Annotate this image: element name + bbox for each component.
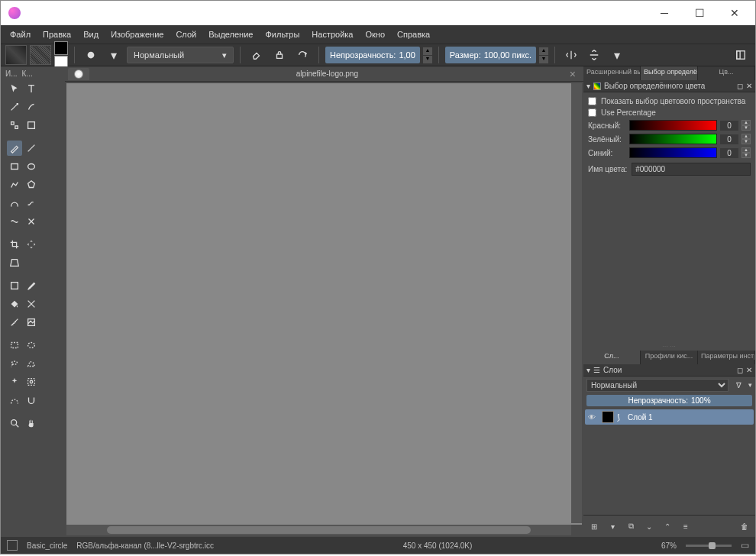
- opacity-up[interactable]: ▲: [423, 47, 432, 55]
- add-dropdown[interactable]: ▾: [605, 519, 620, 534]
- size-up[interactable]: ▲: [539, 47, 548, 55]
- red-value[interactable]: 0: [720, 121, 738, 131]
- menu-filters[interactable]: Фильтры: [259, 27, 305, 41]
- float-icon[interactable]: ◻: [737, 82, 743, 90]
- tab-advanced-select[interactable]: Расширенный вы...: [583, 66, 641, 80]
- blue-up[interactable]: ▲: [741, 147, 751, 153]
- menu-help[interactable]: Справка: [391, 27, 436, 41]
- eraser-mode-icon[interactable]: [247, 45, 267, 65]
- blue-down[interactable]: ▼: [741, 153, 751, 158]
- brush-preset-button[interactable]: [81, 45, 101, 65]
- dock-grip[interactable]: ⋯⋯: [583, 342, 755, 351]
- close-button[interactable]: ✕: [717, 2, 752, 24]
- wrap-icon[interactable]: ▾: [607, 45, 627, 65]
- layers-header[interactable]: ▾ ☰ Слои ◻✕: [583, 364, 755, 377]
- toolbox-tab-1[interactable]: И...: [5, 70, 18, 78]
- brush-tool[interactable]: [7, 141, 22, 156]
- menu-layer[interactable]: Слой: [170, 27, 202, 41]
- tab-colors[interactable]: Цв...: [698, 66, 755, 80]
- canvas-tab[interactable]: [68, 68, 89, 80]
- blue-value[interactable]: 0: [720, 148, 738, 158]
- workspace-chooser-icon[interactable]: [731, 45, 751, 65]
- menu-window[interactable]: Окно: [359, 27, 391, 41]
- maximize-button[interactable]: ☐: [682, 2, 717, 24]
- titlebar[interactable]: ─ ☐ ✕: [1, 1, 755, 25]
- menu-view[interactable]: Вид: [77, 27, 105, 41]
- lasso-tool[interactable]: [7, 356, 22, 371]
- fit-page-icon[interactable]: ▭: [741, 540, 749, 551]
- zoom-tool[interactable]: [7, 415, 22, 431]
- text-tool[interactable]: T: [24, 81, 39, 96]
- ellipse-select-tool[interactable]: [24, 338, 39, 353]
- horizontal-scrollbar[interactable]: [66, 525, 571, 535]
- color-picker-tool[interactable]: [24, 278, 39, 293]
- move-tool[interactable]: [7, 81, 22, 96]
- freehand-tool[interactable]: [24, 196, 39, 211]
- layer-blend-mode[interactable]: Нормальный: [586, 379, 729, 392]
- toolbox-tab-2[interactable]: К...: [22, 70, 33, 78]
- close-tab-icon[interactable]: ×: [565, 68, 580, 80]
- red-slider[interactable]: [629, 120, 717, 131]
- menu-image[interactable]: Изображение: [105, 27, 170, 41]
- fill-tool[interactable]: [7, 296, 22, 312]
- alpha-lock-icon[interactable]: [270, 45, 289, 65]
- poly-select-tool[interactable]: [24, 356, 39, 371]
- opacity-down[interactable]: ▼: [423, 56, 432, 63]
- canvas-viewport[interactable]: [66, 83, 582, 535]
- zoom-level[interactable]: 67%: [661, 541, 677, 550]
- selection-mask-icon[interactable]: [7, 540, 18, 551]
- gradient-tool[interactable]: [7, 278, 22, 293]
- preset-dropdown[interactable]: ▾: [104, 45, 124, 65]
- red-up[interactable]: ▲: [741, 120, 751, 125]
- bezier-select-tool[interactable]: [7, 393, 22, 408]
- green-value[interactable]: 0: [720, 134, 738, 144]
- blue-slider[interactable]: [629, 147, 717, 158]
- size-down[interactable]: ▼: [539, 56, 548, 63]
- fg-color-swatch[interactable]: [54, 41, 68, 55]
- magic-wand-tool[interactable]: [7, 374, 22, 390]
- gradient-preset[interactable]: [5, 45, 27, 65]
- layer-visibility-icon[interactable]: 👁: [588, 413, 599, 422]
- reference-tool[interactable]: [24, 315, 39, 330]
- tab-layers[interactable]: Сл...: [583, 351, 641, 364]
- minimize-button[interactable]: ─: [647, 2, 682, 24]
- layer-link-icon[interactable]: ⟆: [617, 413, 625, 422]
- menu-edit[interactable]: Правка: [37, 27, 77, 41]
- layer-down-button[interactable]: ⌄: [641, 519, 657, 534]
- multibrush-tool[interactable]: [24, 214, 39, 229]
- line-tool[interactable]: [24, 141, 39, 156]
- layer-row[interactable]: 👁 ⟆ Слой 1: [585, 409, 754, 425]
- red-down[interactable]: ▼: [741, 125, 751, 131]
- show-colorspace-checkbox[interactable]: [588, 97, 596, 105]
- edit-shapes-tool[interactable]: [7, 99, 22, 115]
- pattern-edit-tool[interactable]: [7, 118, 22, 133]
- rect-select-tool[interactable]: [7, 338, 22, 353]
- vertical-scrollbar[interactable]: [571, 83, 582, 523]
- zoom-slider[interactable]: [686, 545, 732, 547]
- tab-brush-profiles[interactable]: Профили кис...: [641, 351, 698, 364]
- layer-properties-button[interactable]: ≡: [678, 519, 693, 534]
- layer-name[interactable]: Слой 1: [628, 413, 653, 422]
- measure-tool[interactable]: [7, 315, 22, 330]
- add-layer-button[interactable]: ⊞: [586, 519, 602, 534]
- pattern-preset[interactable]: [30, 45, 51, 65]
- menu-select[interactable]: Выделение: [202, 27, 259, 41]
- magnetic-select-tool[interactable]: [24, 393, 39, 408]
- pan-tool[interactable]: [24, 415, 39, 431]
- bezier-tool[interactable]: [7, 196, 22, 211]
- dynamic-brush-tool[interactable]: [7, 214, 22, 229]
- layer-filter-icon[interactable]: ∇: [732, 378, 745, 392]
- size-field[interactable]: Размер: 100,00 пикс.: [445, 47, 536, 63]
- green-up[interactable]: ▲: [741, 134, 751, 139]
- similar-select-tool[interactable]: [24, 374, 39, 390]
- tab-tool-options[interactable]: Параметры инструме...: [698, 351, 755, 364]
- transform-tool[interactable]: [24, 118, 39, 133]
- reload-icon[interactable]: [292, 45, 312, 65]
- duplicate-layer-button[interactable]: ⧉: [623, 519, 638, 534]
- close-layers-icon[interactable]: ✕: [746, 366, 752, 374]
- layer-up-button[interactable]: ⌃: [660, 519, 675, 534]
- delete-layer-button[interactable]: 🗑: [737, 519, 752, 534]
- close-panel-icon[interactable]: ✕: [746, 82, 752, 90]
- ellipse-tool[interactable]: [24, 159, 39, 174]
- menu-file[interactable]: Файл: [4, 27, 37, 41]
